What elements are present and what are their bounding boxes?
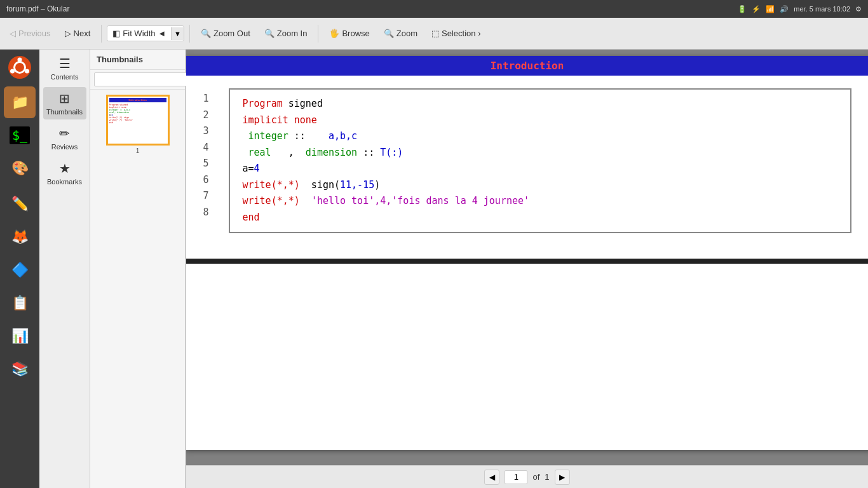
code-line-4: real , dimension :: T(:): [243, 145, 837, 161]
line-num-3: 3: [203, 123, 222, 140]
dock-kde-icon[interactable]: 🔷: [4, 254, 36, 286]
zoom-out-button[interactable]: 🔍 Zoom Out: [195, 25, 256, 41]
line-num-8: 8: [203, 205, 222, 221]
dock-stack-icon[interactable]: 📚: [4, 353, 36, 385]
pagination-bar: ◀ of 1 ▶: [186, 465, 868, 488]
line-num-4: 4: [203, 140, 222, 156]
titlebar-right: 🔋 ⚡ 📶 🔊 mer. 5 mars 10:02 ⚙: [738, 5, 862, 13]
svg-point-2: [15, 63, 24, 72]
zoom-tool-icon: 🔍: [384, 29, 394, 38]
dock-terminal-icon[interactable]: $_: [4, 119, 36, 151]
svg-point-3: [18, 58, 22, 62]
zoom-in-button[interactable]: 🔍 Zoom In: [259, 25, 313, 41]
titlebar: forum.pdf – Okular 🔋 ⚡ 📶 🔊 mer. 5 mars 1…: [0, 0, 868, 18]
bluetooth-icon: ⚡: [752, 5, 761, 13]
nav-btn-bookmarks[interactable]: ★ Bookmarks: [43, 157, 86, 189]
panel-nav: ☰ Contents ⊞ Thumbnails ✏ Reviews ★ Book…: [39, 50, 90, 488]
thumbnail-panel: Thumbnails ▿ Introduction Program signed: [90, 50, 186, 488]
panel-search-input[interactable]: [94, 72, 196, 86]
kw-end: end: [243, 212, 260, 223]
code-line-3: integer :: a,b,c: [243, 128, 837, 145]
fit-width-icon: ◧: [112, 29, 120, 38]
page-next-button[interactable]: ▶: [555, 470, 570, 485]
kw-program: Program: [243, 98, 283, 109]
toolbar: ◁ Previous ▷ Next ◧ Fit Width ◄ ▼ 🔍 Zoom…: [0, 18, 868, 50]
nav-btn-thumbnails[interactable]: ⊞ Thumbnails: [43, 87, 86, 119]
contents-icon: ☰: [59, 56, 71, 71]
thumbnail-image-1: Introduction Program signed implicit non…: [106, 95, 170, 146]
kw-write-1: write(*,*): [243, 179, 300, 191]
next-button[interactable]: ▷ Next: [59, 25, 97, 41]
zoom-tool-button[interactable]: 🔍 Zoom: [378, 25, 423, 41]
code-line-8: end: [243, 210, 837, 226]
volume-icon: 🔊: [780, 5, 789, 13]
dock-color-app-icon[interactable]: 🎨: [4, 152, 36, 184]
browse-button[interactable]: 🖐 Browse: [323, 25, 375, 41]
kw-integer: integer: [243, 130, 288, 142]
datetime: mer. 5 mars 10:02: [794, 5, 850, 13]
kw-real: real: [243, 147, 271, 158]
left-panel: ☰ Contents ⊞ Thumbnails ✏ Reviews ★ Book…: [39, 50, 186, 488]
toolbar-sep-2: [189, 25, 190, 43]
thumbnail-area: Introduction Program signed implicit non…: [90, 90, 185, 488]
browse-icon: 🖐: [329, 29, 339, 38]
app-title: forum.pdf – Okular: [6, 4, 69, 13]
total-pages: 1: [545, 472, 549, 482]
page-of-label: of: [532, 472, 539, 482]
dock-firefox-icon[interactable]: 🦊: [4, 221, 36, 253]
wifi-icon: 📶: [766, 5, 775, 13]
body-area: 📁 $_ 🎨 ✏️ 🦊 🔷 📋: [0, 50, 868, 488]
code-line-1: Program signed: [243, 96, 837, 112]
thumbnails-icon: ⊞: [59, 91, 70, 106]
line-num-6: 6: [203, 172, 222, 189]
app-container: ◁ Previous ▷ Next ◧ Fit Width ◄ ▼ 🔍 Zoom…: [0, 18, 868, 488]
toolbar-sep-3: [318, 25, 318, 43]
pdf-title-bar: Introduction: [186, 56, 868, 76]
battery-icon: 🔋: [738, 5, 747, 13]
dock-spreadsheet-icon[interactable]: 📊: [4, 320, 36, 352]
bookmarks-icon: ★: [59, 161, 71, 176]
toolbar-sep-1: [101, 25, 102, 43]
code-box: Program signed implicit none integer :: …: [229, 88, 851, 233]
page-prev-button[interactable]: ◀: [484, 470, 499, 485]
ubuntu-dock: 📁 $_ 🎨 ✏️ 🦊 🔷 📋: [0, 50, 39, 488]
reviews-icon: ✏: [59, 126, 70, 141]
titlebar-left: forum.pdf – Okular: [6, 4, 69, 13]
ubuntu-logo[interactable]: [7, 55, 32, 80]
fit-width-button[interactable]: ◧ Fit Width ◄: [107, 26, 171, 41]
code-line-7: write(*,*) 'hello toi',4,'fois dans la 4…: [243, 193, 837, 210]
previous-icon: ◁: [10, 29, 16, 38]
nav-btn-contents[interactable]: ☰ Contents: [43, 52, 86, 85]
code-line-5: a=4: [243, 161, 837, 177]
svg-point-5: [25, 69, 29, 74]
code-line-6: write(*,*) sign(11,-15): [243, 177, 837, 194]
fit-width-group: ◧ Fit Width ◄ ▼: [107, 25, 184, 41]
line-num-1: 1: [203, 91, 222, 107]
line-num-7: 7: [203, 188, 222, 205]
panel-header: Thumbnails: [90, 50, 185, 70]
selection-button[interactable]: ⬚ Selection ›: [426, 25, 486, 41]
dock-files-icon[interactable]: 📁: [4, 86, 36, 118]
dock-tomboy-icon[interactable]: 📋: [4, 287, 36, 319]
code-line-2: implicit none: [243, 112, 837, 129]
line-numbers: 1 2 3 4 5 6 7 8: [203, 88, 222, 233]
next-icon: ▷: [65, 29, 71, 38]
line-num-5: 5: [203, 156, 222, 172]
kw-write-2: write(*,*): [243, 195, 300, 207]
pdf-page: Introduction 1 2 3 4 5 6 7 8: [186, 56, 868, 450]
thumbnail-number: 1: [135, 147, 139, 154]
nav-btn-reviews[interactable]: ✏ Reviews: [43, 122, 86, 154]
svg-point-4: [10, 69, 15, 74]
panel-search-bar: ▿: [90, 70, 185, 90]
fit-width-dropdown[interactable]: ▼: [171, 27, 184, 40]
previous-button[interactable]: ◁ Previous: [4, 25, 57, 41]
zoom-out-icon: 🔍: [201, 29, 211, 38]
page-number-input[interactable]: [505, 470, 527, 484]
dock-text-editor-icon[interactable]: ✏️: [4, 188, 36, 220]
settings-icon: ⚙: [855, 5, 862, 13]
thumbnail-item-1[interactable]: Introduction Program signed implicit non…: [106, 95, 170, 154]
pdf-bottom-bar: [186, 259, 868, 264]
main-content: Introduction 1 2 3 4 5 6 7 8: [186, 50, 868, 488]
selection-icon: ⬚: [431, 29, 439, 38]
line-num-2: 2: [203, 107, 222, 124]
